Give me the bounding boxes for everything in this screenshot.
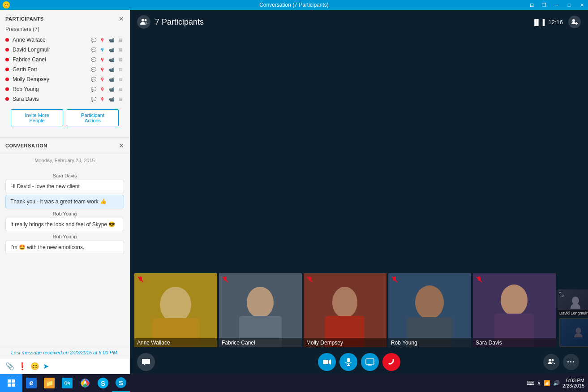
svg-point-11 xyxy=(576,327,581,334)
chat-icon: 💬 xyxy=(90,66,97,73)
mic-muted-icon: 🎙 xyxy=(99,56,106,63)
taskbar-explorer[interactable]: 📁 xyxy=(40,374,58,392)
taskbar-chrome[interactable] xyxy=(76,374,94,392)
snap-button[interactable]: ⊟ xyxy=(525,0,538,10)
participant-row: Rob Young 💬 🎙 📹 🖥 xyxy=(5,84,124,94)
participant-row: Garth Fort 💬 🎙 📹 🖥 xyxy=(5,65,124,74)
add-participant-button[interactable] xyxy=(568,16,581,28)
volume-icon[interactable]: 🔊 xyxy=(553,380,560,386)
taskbar-skype-1[interactable]: S xyxy=(94,374,112,392)
window-title: Conversation (7 Participants) xyxy=(259,2,329,8)
video-header: 7 Participants ▐▌▐ 12:16 xyxy=(130,10,588,34)
maximize-button[interactable]: □ xyxy=(563,0,575,10)
expand-icon xyxy=(559,291,563,299)
taskbar-clock: 6:03 PM xyxy=(562,378,584,383)
video-thumb-anne-wallace[interactable]: Anne Wallace xyxy=(134,273,217,347)
svg-point-2 xyxy=(572,19,575,22)
participants-section: PARTICIPANTS ✕ Presenters (7) Anne Walla… xyxy=(0,10,129,138)
screen-share-button[interactable] xyxy=(361,353,379,371)
end-call-button[interactable] xyxy=(382,353,400,371)
restore-down-button[interactable]: ❐ xyxy=(538,0,550,10)
chat-messages: Sara Davis Hi David - love the new clien… xyxy=(0,167,129,347)
svg-rect-24 xyxy=(8,383,11,387)
emoji-picker-icon[interactable]: 😊 xyxy=(30,362,39,370)
screen-icon: 🖥 xyxy=(117,76,124,83)
participant-name: Fabrice Canel xyxy=(13,56,90,63)
action-buttons: Invite More People Participant Actions xyxy=(5,104,124,132)
presenters-label: Presenters (7) xyxy=(5,26,124,32)
taskbar: e 📁 🛍 S S ⌨ ∧ 📶 🔊 6:03 PM 2/23/2015 xyxy=(0,374,588,392)
chat-date: Monday, February 23, 2015 xyxy=(0,154,129,167)
attachment-icon[interactable]: 📎 xyxy=(5,362,14,370)
video-thumb-fabrice-canel[interactable]: Fabrice Canel xyxy=(219,273,302,347)
participant-row: Anne Wallace 💬 🎙 📹 🖥 xyxy=(5,35,124,45)
participant-actions-button[interactable]: Participant Actions xyxy=(67,109,119,126)
video-icon: 📹 xyxy=(108,46,115,53)
participant-status-dot xyxy=(5,58,9,61)
video-thumb-sara-davis[interactable]: Sara Davis xyxy=(473,273,556,347)
taskbar-date: 2/23/2015 xyxy=(562,383,584,388)
more-options-button[interactable]: ··· xyxy=(563,354,579,370)
conversation-close-button[interactable]: ✕ xyxy=(119,142,124,149)
taskbar-ie[interactable]: e xyxy=(22,374,40,392)
video-thumb-david-longmuir[interactable]: David Longmuir xyxy=(558,289,588,316)
chat-bubble: It really brings the look and feel of Sk… xyxy=(5,218,124,231)
invite-more-button[interactable]: Invite More People xyxy=(11,109,63,126)
video-icon: 📹 xyxy=(108,95,115,103)
chat-input-area: 📎 ❗ 😊 ➤ xyxy=(0,358,129,374)
svg-point-21 xyxy=(552,359,554,362)
video-controls: ··· xyxy=(130,352,588,374)
video-thumbnails: Anne Wallace Fabrice Canel xyxy=(130,273,588,347)
participant-icons: 💬 🎙 📹 🖥 xyxy=(90,46,124,53)
skype-logo: 😊 xyxy=(3,1,10,9)
chat-icon: 💬 xyxy=(90,36,97,43)
last-message-info: Last message received on 2/23/2015 at 6:… xyxy=(0,347,129,358)
video-icon: 📹 xyxy=(108,76,115,83)
video-button[interactable] xyxy=(318,353,336,371)
svg-rect-23 xyxy=(12,379,15,383)
svg-point-0 xyxy=(142,19,144,22)
screen-icon: 🖥 xyxy=(117,46,124,53)
svg-point-1 xyxy=(145,19,147,22)
participants-count-label: 7 Participants xyxy=(155,17,532,27)
mute-icon xyxy=(222,276,229,284)
video-thumb-name: Anne Wallace xyxy=(134,338,217,347)
participant-icons: 💬 🎙 📹 🖥 xyxy=(90,95,124,103)
send-icon[interactable]: ➤ xyxy=(43,362,49,370)
arrow-up-icon[interactable]: ∧ xyxy=(537,380,541,386)
close-button[interactable]: ✕ xyxy=(575,0,588,10)
minimize-button[interactable]: ─ xyxy=(550,0,563,10)
participant-name: Rob Young xyxy=(13,86,90,92)
video-thumb-name: Rob Young xyxy=(388,338,471,347)
network-icon: 📶 xyxy=(544,380,550,386)
participant-icons: 💬 🎙 📹 🖥 xyxy=(90,86,124,93)
taskbar-skype-active[interactable]: S xyxy=(112,374,130,392)
call-time: 12:16 xyxy=(548,19,563,26)
message-sender: Sara Davis xyxy=(5,173,124,178)
taskbar-store[interactable]: 🛍 xyxy=(58,374,76,392)
chat-icon: 💬 xyxy=(90,56,97,63)
participant-name: Sara Davis xyxy=(13,96,90,102)
chat-toggle-button[interactable] xyxy=(137,353,155,371)
video-thumb-molly-dempsey[interactable]: Molly Dempsey xyxy=(304,273,386,347)
start-button[interactable] xyxy=(0,374,22,392)
video-icon: 📹 xyxy=(108,56,115,63)
participants-close-button[interactable]: ✕ xyxy=(119,15,124,22)
participant-row: Fabrice Canel 💬 🎙 📹 🖥 xyxy=(5,55,124,65)
mic-muted-icon: 🎙 xyxy=(99,76,106,83)
participants-section-title: PARTICIPANTS xyxy=(5,16,44,22)
mic-button[interactable] xyxy=(339,353,357,371)
chat-bubble-sent: Thank you - it was a great team work 👍 xyxy=(5,195,124,208)
participants-video-icon xyxy=(137,15,150,29)
importance-icon[interactable]: ❗ xyxy=(18,362,27,370)
mute-icon xyxy=(306,276,313,284)
video-thumb-rob-young[interactable]: Rob Young xyxy=(388,273,471,347)
participant-icons: 💬 🎙 📹 🖥 xyxy=(90,66,124,73)
titlebar: 😊 Conversation (7 Participants) ⊟ ❐ ─ □ … xyxy=(0,0,588,10)
participants-side-button[interactable] xyxy=(543,354,559,370)
svg-point-20 xyxy=(549,359,551,362)
chat-icon: 💬 xyxy=(90,46,97,53)
chat-bubble: I'm 🤩 with the new emoticons. xyxy=(5,241,124,254)
video-icon: 📹 xyxy=(108,36,115,43)
conversation-section-title: CONVERSATION xyxy=(5,143,47,148)
